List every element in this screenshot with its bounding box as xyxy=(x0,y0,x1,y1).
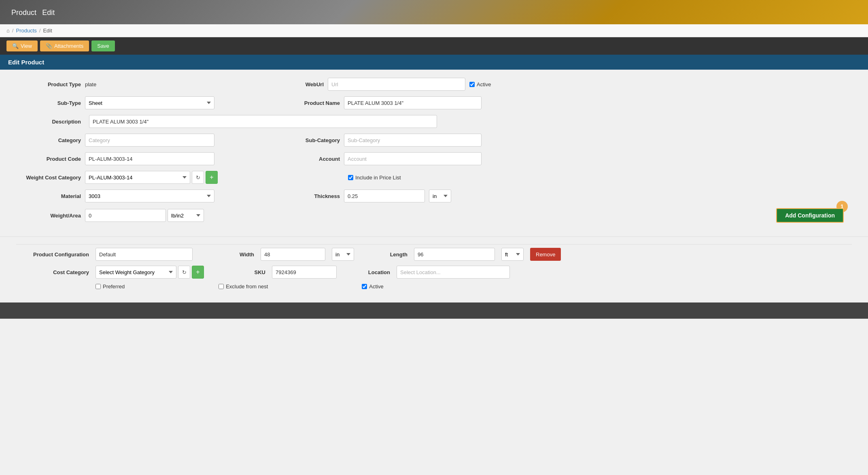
material-label: Material xyxy=(16,193,81,199)
include-price-label[interactable]: Include in Price List xyxy=(348,175,401,181)
attachments-button[interactable]: 📎 Attachments xyxy=(40,40,89,51)
preferred-checkbox[interactable] xyxy=(96,284,101,289)
config-row-1: Product Configuration Width in ft mm Len… xyxy=(16,248,852,261)
sku-input[interactable] xyxy=(272,266,337,279)
active-checkbox-label[interactable]: Active xyxy=(469,81,491,87)
product-type-label: Product Type xyxy=(16,81,81,87)
config-row-2: Cost Category Select Weight Gategory ↻ +… xyxy=(16,266,852,279)
cost-category-field-group: Select Weight Gategory ↻ + xyxy=(96,266,204,279)
row-product-type: Product Type plate WebUrl Active xyxy=(16,78,852,91)
location-label: Location xyxy=(366,269,390,275)
add-config-button[interactable]: Add Configuration xyxy=(776,208,844,223)
product-name-label: Product Name xyxy=(291,100,340,106)
product-code-label: Product Code xyxy=(16,156,81,162)
web-url-input[interactable] xyxy=(328,78,465,91)
view-icon: 🔍 xyxy=(12,43,19,49)
page-title: Product Edit xyxy=(8,7,55,17)
row-sub-type: Sub-Type Sheet Coil Bar Product Name xyxy=(16,96,852,109)
width-input[interactable] xyxy=(261,248,325,261)
config-active-checkbox[interactable] xyxy=(362,284,367,289)
sku-label: SKU xyxy=(241,269,265,275)
sub-category-input[interactable] xyxy=(344,134,482,147)
category-label: Category xyxy=(16,137,81,143)
header-banner: Product Edit xyxy=(0,0,868,24)
row-weight-area: Weight/Area lb/in2 kg/m2 1 Add Configura… xyxy=(16,208,852,223)
account-input[interactable] xyxy=(344,152,482,165)
exclude-nest-checkbox-label[interactable]: Exclude from nest xyxy=(219,283,268,290)
weight-area-field-group: lb/in2 kg/m2 xyxy=(85,209,204,222)
section-title: Edit Product xyxy=(0,55,868,70)
location-input[interactable] xyxy=(397,266,510,279)
preferred-checkbox-label[interactable]: Preferred xyxy=(96,283,125,290)
product-type-value: plate xyxy=(85,81,96,87)
product-config-input[interactable] xyxy=(96,248,193,261)
include-price-checkbox[interactable] xyxy=(348,175,353,180)
breadcrumb-edit: Edit xyxy=(43,28,52,34)
weight-area-unit-select[interactable]: lb/in2 kg/m2 xyxy=(168,209,204,222)
row-product-code: Product Code Account xyxy=(16,152,852,165)
description-input[interactable] xyxy=(89,115,437,128)
account-label: Account xyxy=(291,156,340,162)
row-material: Material 3003 5052 6061 Thickness in mm xyxy=(16,190,852,202)
sub-category-label: Sub-Category xyxy=(291,137,340,143)
description-label: Description xyxy=(16,119,81,125)
row-category: Category Sub-Category xyxy=(16,134,852,147)
breadcrumb-products[interactable]: Products xyxy=(16,28,36,34)
width-label: Width xyxy=(230,251,254,258)
product-code-input[interactable] xyxy=(85,152,214,165)
row-description: Description xyxy=(16,115,852,128)
product-name-input[interactable] xyxy=(344,96,482,109)
weight-cost-refresh-btn[interactable]: ↻ xyxy=(192,171,204,184)
category-input[interactable] xyxy=(85,134,214,147)
width-unit-select[interactable]: in ft mm xyxy=(332,248,354,261)
remove-button[interactable]: Remove xyxy=(530,248,561,261)
form-area: Product Type plate WebUrl Active Sub-Typ… xyxy=(0,70,868,236)
sub-type-label: Sub-Type xyxy=(16,100,81,106)
weight-area-input[interactable] xyxy=(85,209,166,222)
cost-category-label: Cost Category xyxy=(16,269,89,275)
config-section: Product Configuration Width in ft mm Len… xyxy=(0,236,868,302)
weight-cost-add-btn[interactable]: + xyxy=(206,171,218,184)
product-config-label: Product Configuration xyxy=(16,251,89,258)
add-config-wrapper: 1 Add Configuration xyxy=(776,208,844,223)
thickness-unit-select[interactable]: in mm xyxy=(429,190,451,202)
material-select[interactable]: 3003 5052 6061 xyxy=(85,190,214,202)
view-button[interactable]: 🔍 View xyxy=(6,40,38,51)
active-checkbox[interactable] xyxy=(469,82,475,87)
thickness-label: Thickness xyxy=(291,193,340,199)
cost-category-add-btn[interactable]: + xyxy=(192,266,204,279)
config-active-checkbox-label[interactable]: Active xyxy=(362,283,383,290)
save-button[interactable]: Save xyxy=(91,40,115,51)
config-row-3: Preferred Exclude from nest Active xyxy=(16,283,852,290)
cost-category-refresh-btn[interactable]: ↻ xyxy=(178,266,190,279)
footer-bar xyxy=(0,302,868,319)
weight-cost-label: Weight Cost Category xyxy=(16,175,81,181)
weight-area-label: Weight/Area xyxy=(16,213,81,219)
row-weight-cost: Weight Cost Category PL-ALUM-3003-14 ↻ +… xyxy=(16,171,852,184)
length-label: Length xyxy=(383,251,407,258)
length-input[interactable] xyxy=(414,248,495,261)
sub-type-select[interactable]: Sheet Coil Bar xyxy=(85,96,214,109)
length-unit-select[interactable]: ft in mm xyxy=(501,248,524,261)
attachment-icon: 📎 xyxy=(46,43,52,49)
home-icon[interactable]: ⌂ xyxy=(6,28,10,34)
cost-category-select[interactable]: Select Weight Gategory xyxy=(96,266,176,279)
breadcrumb: ⌂ / Products / Edit xyxy=(0,24,868,37)
toolbar: 🔍 View 📎 Attachments Save xyxy=(0,37,868,55)
weight-cost-select[interactable]: PL-ALUM-3003-14 xyxy=(85,171,190,184)
exclude-nest-checkbox[interactable] xyxy=(219,284,224,289)
web-url-label: WebUrl xyxy=(291,81,324,87)
weight-cost-field-group: PL-ALUM-3003-14 ↻ + xyxy=(85,171,218,184)
thickness-input[interactable] xyxy=(344,190,425,202)
